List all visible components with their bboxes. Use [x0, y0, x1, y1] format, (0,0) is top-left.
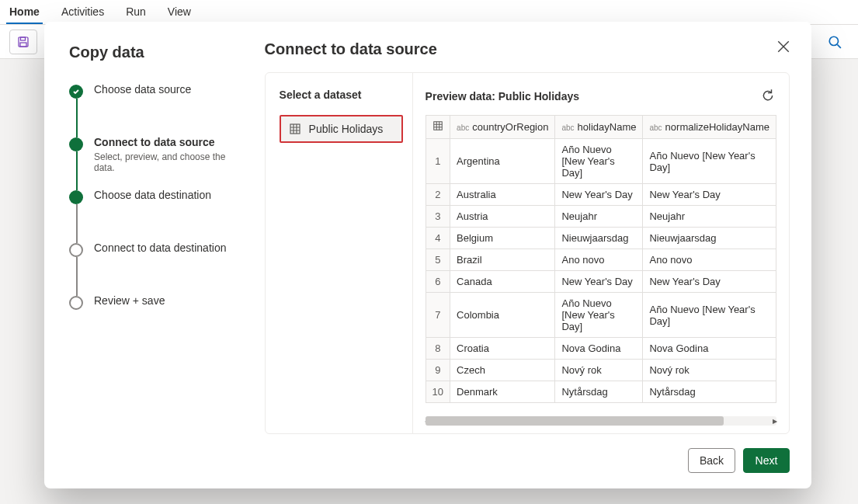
table-cell: Año Nuevo [New Year's Day]: [643, 139, 776, 184]
svg-rect-16: [434, 122, 443, 130]
table-cell: Nytårsdag: [555, 381, 643, 403]
wizard-step[interactable]: Choose data destination: [69, 189, 228, 242]
scroll-right-arrow-icon: ▶: [770, 416, 780, 426]
wizard-sidebar: Copy data Choose data sourceConnect to d…: [44, 22, 252, 488]
table-row[interactable]: 6CanadaNew Year's DayNew Year's Day: [426, 271, 776, 293]
table-row[interactable]: 3AustriaNeujahrNeujahr: [426, 206, 776, 228]
column-type-badge: abc: [457, 123, 469, 132]
dataset-pane-title: Select a dataset: [280, 89, 403, 101]
table-cell: Ano novo: [643, 249, 776, 271]
table-row[interactable]: 8CroatiaNova GodinaNova Godina: [426, 338, 776, 360]
search-icon: [828, 35, 842, 49]
copy-data-modal: Copy data Choose data sourceConnect to d…: [44, 22, 811, 488]
ribbon-tab-activities[interactable]: Activities: [58, 0, 107, 24]
wizard-step[interactable]: Review + save: [69, 294, 228, 318]
column-type-badge: abc: [649, 123, 662, 132]
wizard-step[interactable]: Connect to data sourceSelect, preview, a…: [69, 136, 228, 189]
svg-line-8: [837, 44, 841, 48]
ribbon-tab-home[interactable]: Home: [6, 0, 43, 24]
ribbon-tab-view[interactable]: View: [165, 0, 194, 24]
preview-title: Preview data: Public Holidays: [426, 90, 579, 103]
table-row[interactable]: 2AustraliaNew Year's DayNew Year's Day: [426, 184, 776, 206]
table-cell: Nova Godina: [555, 338, 643, 360]
row-number-cell: 4: [426, 228, 450, 249]
row-number-cell: 5: [426, 249, 450, 271]
table-cell: New Year's Day: [643, 271, 776, 293]
refresh-icon: [761, 89, 775, 103]
main-title: Connect to data source: [265, 40, 790, 58]
table-cell: Austria: [450, 206, 555, 228]
row-number-cell: 2: [426, 184, 450, 206]
step-label: Choose data source: [94, 83, 191, 96]
table-cell: New Year's Day: [555, 184, 643, 206]
table-cell: Argentina: [450, 139, 555, 184]
save-icon: [17, 36, 30, 48]
column-type-badge: abc: [561, 123, 574, 132]
step-label: Review + save: [94, 294, 165, 307]
save-button[interactable]: [9, 30, 37, 54]
close-icon: [776, 40, 790, 54]
table-cell: Nieuwjaarsdag: [643, 228, 776, 249]
table-icon: [432, 120, 443, 131]
step-marker-icon: [69, 243, 83, 257]
ribbon-tab-run[interactable]: Run: [123, 0, 149, 24]
table-cell: Nova Godina: [643, 338, 776, 360]
table-cell: Australia: [450, 184, 555, 206]
step-marker-icon: [69, 85, 83, 99]
table-cell: Nový rok: [643, 360, 776, 381]
next-button[interactable]: Next: [743, 448, 790, 473]
table-row[interactable]: 1ArgentinaAño Nuevo [New Year's Day]Año …: [426, 139, 776, 184]
wizard-main: Connect to data source Select a dataset …: [252, 22, 811, 488]
table-cell: Nytårsdag: [643, 381, 776, 403]
row-number-cell: 1: [426, 139, 450, 184]
column-header[interactable]: abccountryOrRegion: [450, 116, 555, 139]
step-marker-icon: [69, 190, 83, 204]
table-cell: Colombia: [450, 293, 555, 338]
step-label: Choose data destination: [94, 189, 211, 201]
step-label: Connect to data destination: [94, 242, 226, 254]
preview-pane: Preview data: Public Holidays abccountry…: [413, 73, 789, 433]
column-header[interactable]: abcnormalizeHolidayName: [643, 116, 776, 139]
column-header[interactable]: abcholidayName: [555, 116, 643, 139]
preview-table: abccountryOrRegionabcholidayNameabcnorma…: [426, 115, 776, 403]
table-cell: Nový rok: [555, 360, 643, 381]
refresh-button[interactable]: [761, 89, 776, 104]
dataset-pane: Select a dataset Public Holidays: [266, 73, 413, 433]
step-label: Connect to data source: [94, 136, 228, 148]
table-cell: Neujahr: [555, 206, 643, 228]
horizontal-scrollbar[interactable]: ◀ ▶: [426, 416, 776, 426]
table-cell: New Year's Day: [555, 271, 643, 293]
scrollbar-thumb[interactable]: [426, 416, 724, 426]
table-cell: Belgium: [450, 228, 555, 249]
back-button[interactable]: Back: [688, 448, 735, 473]
row-number-cell: 6: [426, 271, 450, 293]
dataset-item[interactable]: Public Holidays: [280, 115, 403, 143]
table-cell: Neujahr: [643, 206, 776, 228]
table-icon: [289, 123, 301, 135]
table-row[interactable]: 10DenmarkNytårsdagNytårsdag: [426, 381, 776, 403]
row-number-cell: 8: [426, 338, 450, 360]
svg-rect-11: [290, 124, 300, 134]
svg-point-7: [829, 36, 838, 45]
table-cell: Ano novo: [555, 249, 643, 271]
toolbar-search-button[interactable]: [821, 30, 849, 54]
table-cell: Brazil: [450, 249, 555, 271]
table-cell: Año Nuevo [New Year's Day]: [555, 293, 643, 338]
wizard-title: Copy data: [69, 43, 228, 61]
close-button[interactable]: [774, 37, 793, 56]
svg-rect-2: [20, 43, 26, 47]
content-card: Select a dataset Public Holidays Preview…: [265, 72, 790, 434]
step-marker-icon: [69, 137, 83, 151]
table-cell: Denmark: [450, 381, 555, 403]
table-row[interactable]: 9CzechNový rokNový rok: [426, 360, 776, 381]
preview-table-scroll[interactable]: abccountryOrRegionabcholidayNameabcnorma…: [426, 115, 776, 410]
table-row[interactable]: 7ColombiaAño Nuevo [New Year's Day]Año N…: [426, 293, 776, 338]
step-marker-icon: [69, 296, 83, 310]
table-row[interactable]: 4BelgiumNieuwjaarsdagNieuwjaarsdag: [426, 228, 776, 249]
dataset-item-label: Public Holidays: [309, 123, 384, 135]
wizard-footer: Back Next: [265, 448, 790, 473]
wizard-step[interactable]: Choose data source: [69, 83, 228, 136]
row-number-cell: 7: [426, 293, 450, 338]
table-row[interactable]: 5BrazilAno novoAno novo: [426, 249, 776, 271]
wizard-step[interactable]: Connect to data destination: [69, 242, 228, 294]
